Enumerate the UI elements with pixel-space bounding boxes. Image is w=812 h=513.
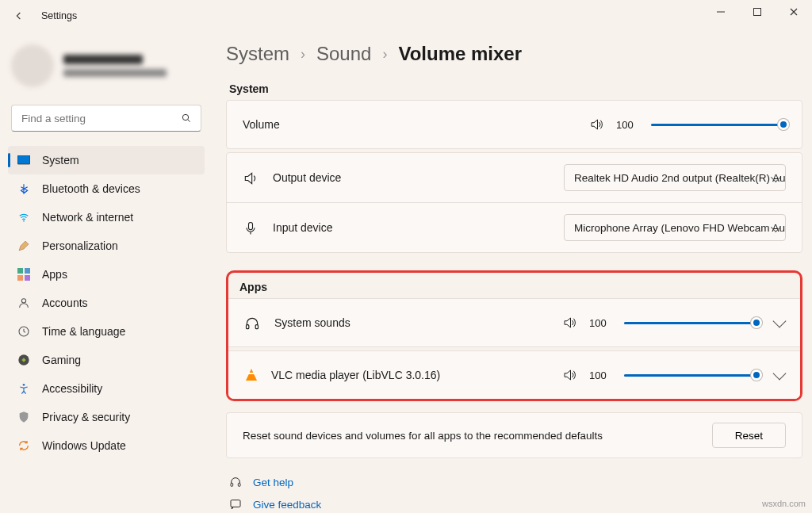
output-value: Realtek HD Audio 2nd output (Realtek(R) …: [574, 172, 785, 184]
system-section-title: System: [226, 76, 802, 100]
speaker-icon[interactable]: [589, 117, 603, 132]
window-title: Settings: [41, 10, 77, 21]
time-icon: [17, 325, 30, 338]
minimize-button[interactable]: [703, 0, 739, 24]
link-label: Get help: [253, 477, 293, 488]
microphone-icon: [243, 220, 260, 235]
output-row: Output device Realtek HD Audio 2nd outpu…: [227, 153, 802, 202]
reset-button[interactable]: Reset: [712, 423, 786, 448]
headphones-icon: [244, 316, 262, 330]
input-label: Input device: [273, 221, 333, 234]
sidebar-item-label: Apps: [42, 268, 67, 281]
svg-rect-7: [17, 268, 23, 274]
svg-line-3: [188, 120, 190, 122]
device-card: Output device Realtek HD Audio 2nd outpu…: [226, 152, 802, 253]
input-select[interactable]: Microphone Array (Lenovo FHD Webcam Au: [564, 214, 786, 241]
svg-rect-16: [247, 325, 249, 329]
accounts-icon: [17, 297, 30, 309]
svg-rect-8: [25, 268, 30, 274]
apps-icon: [17, 268, 30, 281]
accessibility-icon: [17, 382, 30, 395]
apps-section-title: Apps: [228, 273, 800, 298]
reset-text: Reset sound devices and volumes for all …: [243, 430, 603, 442]
sidebar-item-time[interactable]: Time & language: [8, 317, 205, 346]
help-icon: [229, 476, 242, 488]
sidebar-item-system[interactable]: System: [8, 146, 205, 174]
back-button[interactable]: [11, 8, 27, 24]
page-title: Volume mixer: [398, 43, 522, 65]
sidebar-item-label: Accounts: [42, 297, 88, 309]
volume-slider[interactable]: [651, 117, 786, 132]
expand-icon[interactable]: [773, 315, 787, 328]
feedback-icon: [229, 498, 242, 511]
main-content: System › Sound › Volume mixer System Vol…: [226, 38, 802, 513]
sidebar-item-label: Accessibility: [42, 382, 102, 395]
speaker-icon[interactable]: [562, 316, 576, 330]
link-label: Give feedback: [253, 499, 321, 511]
sidebar-item-privacy[interactable]: Privacy & security: [8, 403, 205, 431]
apps-section-highlight: Apps System sounds 100 V: [226, 270, 802, 401]
svg-rect-19: [238, 483, 240, 486]
breadcrumb-sound[interactable]: Sound: [316, 43, 371, 65]
sidebar-item-label: Gaming: [42, 354, 81, 366]
sidebar-item-label: Time & language: [42, 325, 125, 338]
svg-rect-10: [25, 275, 30, 281]
app-label: VLC media player (LibVLC 3.0.16): [271, 369, 440, 381]
app-volume-value: 100: [589, 317, 611, 329]
svg-point-11: [21, 299, 25, 303]
wifi-icon: [17, 211, 30, 224]
titlebar: Settings: [0, 0, 812, 32]
app-volume-value: 100: [589, 369, 611, 381]
system-icon: [17, 154, 30, 167]
svg-rect-4: [17, 155, 30, 164]
output-label: Output device: [273, 171, 341, 184]
breadcrumb-system[interactable]: System: [226, 43, 289, 65]
sidebar: System Bluetooth & devices Network & int…: [0, 32, 213, 468]
app-volume-slider[interactable]: [624, 315, 759, 331]
app-row-vlc[interactable]: VLC media player (LibVLC 3.0.16) 100: [228, 350, 800, 399]
svg-point-6: [23, 220, 25, 222]
profile-block[interactable]: [8, 40, 205, 101]
search-input[interactable]: [20, 112, 180, 125]
sidebar-item-accounts[interactable]: Accounts: [8, 289, 205, 317]
sidebar-item-apps[interactable]: Apps: [8, 260, 205, 289]
svg-rect-9: [17, 275, 23, 281]
sidebar-item-accessibility[interactable]: Accessibility: [8, 374, 205, 403]
give-feedback-link[interactable]: Give feedback: [229, 493, 799, 513]
sidebar-item-update[interactable]: Windows Update: [8, 431, 205, 460]
search-input-wrapper[interactable]: [11, 105, 201, 132]
svg-rect-1: [754, 9, 761, 16]
get-help-link[interactable]: Get help: [229, 471, 799, 493]
personalization-icon: [17, 239, 30, 252]
app-volume-slider[interactable]: [624, 367, 759, 383]
close-button[interactable]: [776, 0, 812, 24]
app-row-system-sounds[interactable]: System sounds 100: [228, 298, 800, 347]
sidebar-item-label: Bluetooth & devices: [42, 182, 140, 195]
window-controls: [703, 0, 812, 24]
footer-links: Get help Give feedback: [226, 458, 802, 513]
output-select[interactable]: Realtek HD Audio 2nd output (Realtek(R) …: [564, 164, 786, 191]
speaker-icon[interactable]: [562, 368, 576, 382]
update-icon: [17, 439, 30, 452]
sidebar-item-label: Personalization: [42, 239, 118, 252]
sidebar-item-label: Windows Update: [42, 439, 126, 452]
expand-icon[interactable]: [773, 367, 787, 381]
bluetooth-icon: [17, 182, 30, 195]
maximize-button[interactable]: [739, 0, 776, 24]
sidebar-item-network[interactable]: Network & internet: [8, 203, 205, 232]
svg-rect-18: [231, 483, 233, 486]
sidebar-item-personalization[interactable]: Personalization: [8, 232, 205, 260]
sidebar-item-gaming[interactable]: Gaming: [8, 346, 205, 374]
input-value: Microphone Array (Lenovo FHD Webcam Au: [574, 222, 785, 234]
sidebar-item-bluetooth[interactable]: Bluetooth & devices: [8, 174, 205, 203]
chevron-right-icon: ›: [301, 46, 305, 63]
reset-card: Reset sound devices and volumes for all …: [226, 412, 802, 458]
chevron-right-icon: ›: [382, 46, 387, 63]
profile-info: [63, 55, 167, 77]
sidebar-item-label: Privacy & security: [42, 411, 130, 423]
vlc-icon: [244, 368, 259, 382]
input-row: Input device Microphone Array (Lenovo FH…: [227, 202, 802, 252]
app-label: System sounds: [274, 316, 350, 329]
sidebar-item-label: System: [42, 154, 79, 167]
watermark: wsxdn.com: [762, 499, 806, 508]
